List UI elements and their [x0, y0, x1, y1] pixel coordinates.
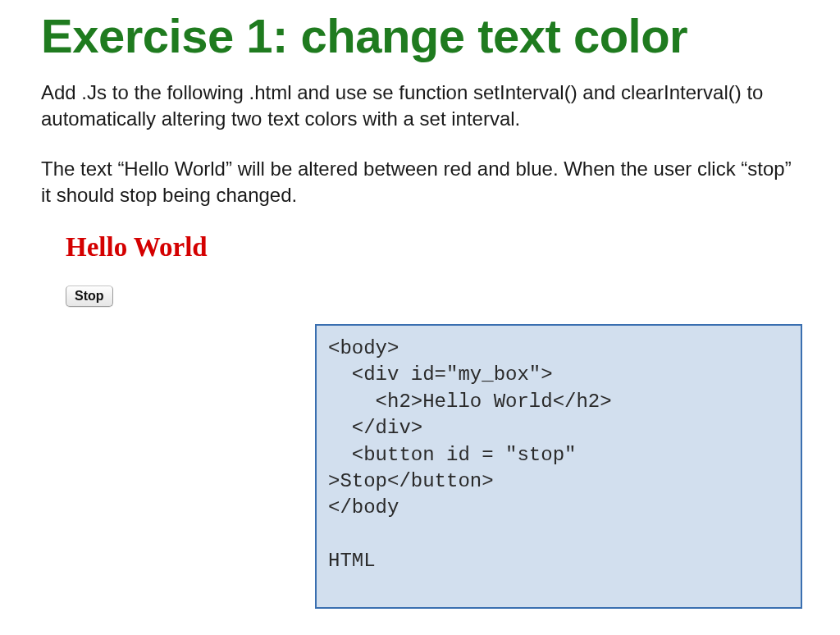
hello-world-text: Hello World: [66, 232, 799, 263]
stop-button[interactable]: Stop: [66, 286, 113, 307]
code-snippet: <body> <div id="my_box"> <h2>Hello World…: [328, 336, 789, 575]
code-snippet-box: <body> <div id="my_box"> <h2>Hello World…: [315, 324, 802, 609]
example-rendering: Hello World Stop: [66, 232, 799, 307]
paragraph-2: The text “Hello World” will be altered b…: [41, 156, 799, 209]
paragraph-1: Add .Js to the following .html and use s…: [41, 80, 799, 133]
slide-title: Exercise 1: change text color: [41, 8, 799, 63]
